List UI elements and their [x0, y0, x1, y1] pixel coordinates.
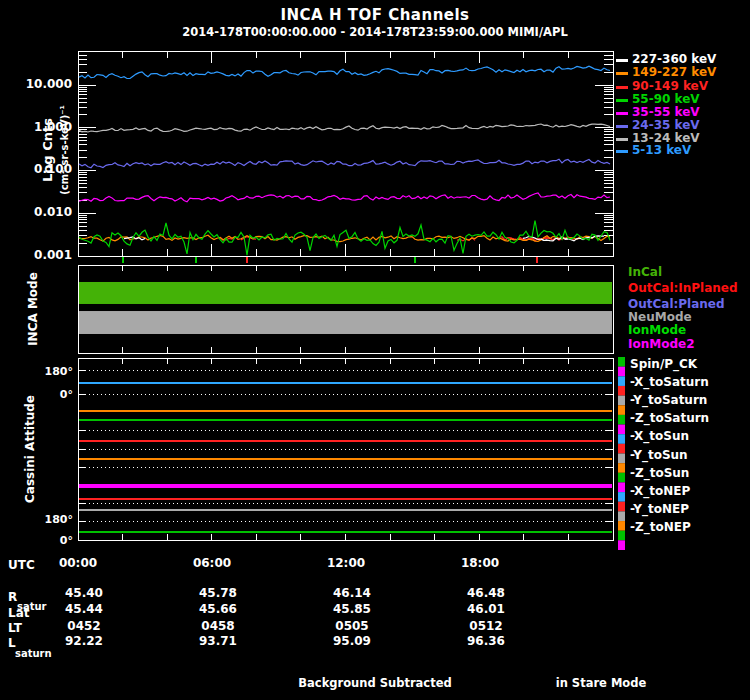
mode-legend-label: IonMode [628, 324, 686, 337]
utc-tick-label: 12:00 [316, 556, 376, 570]
counts-legend-label: 149-227 keV [632, 66, 716, 79]
table-cell: 45.40 [52, 586, 116, 600]
table-cell: 96.36 [454, 634, 518, 648]
mode-legend-label: OutCal:InPlaned [628, 282, 738, 295]
table-cell: 0452 [52, 619, 116, 633]
attitude-legend-label: -X_toSaturn [630, 376, 709, 389]
legend-swatch [616, 86, 628, 89]
footer-background-subtracted: Background Subtracted [275, 676, 475, 690]
plot-page: INCA H TOF Channels 2014-178T00:00:00.00… [0, 0, 750, 700]
counts-panel [78, 51, 613, 256]
counts-ytick-label: 0.100 [0, 162, 72, 176]
legend-swatch [616, 112, 628, 115]
counts-ytick-label: 10.000 [0, 77, 72, 91]
utc-tick-label: 00:00 [48, 556, 108, 570]
attitude-legend-label: -Y_toNEP [630, 503, 689, 516]
cassini-attitude-panel [78, 357, 625, 550]
table-cell: 46.01 [454, 602, 518, 616]
table-cell: 46.14 [320, 586, 384, 600]
inca-mode-axis-label: INCA Mode [26, 272, 40, 346]
utc-tick-label: 06:00 [182, 556, 242, 570]
attitude-ytick-label: 180° [0, 513, 73, 526]
table-cell: 0505 [320, 619, 384, 633]
lt-row-label: LT [8, 621, 22, 635]
table-cell: 95.09 [320, 634, 384, 648]
time-range-subtitle: 2014-178T00:00:00.000 - 2014-178T23:59:0… [0, 25, 750, 39]
attitude-legend-label: -X_toSun [630, 430, 689, 443]
inca-mode-panel [78, 257, 613, 353]
r-row-label: R [8, 590, 17, 604]
legend-swatch [616, 99, 628, 102]
attitude-ytick-label: 0° [0, 388, 73, 401]
footer-stare-mode: in Stare Mode [546, 676, 656, 690]
page-title: INCA H TOF Channels [0, 6, 750, 24]
cassini-attitude-axis-label: Cassini Attitude [23, 395, 37, 503]
table-cell: 45.85 [320, 602, 384, 616]
attitude-legend-label: -X_toNEP [630, 485, 690, 498]
utc-tick-label: 18:00 [450, 556, 510, 570]
counts-ytick-label: 0.001 [0, 248, 72, 262]
attitude-legend-label: -Z_toSun [630, 467, 689, 480]
legend-swatch [616, 59, 628, 62]
attitude-legend-label: -Z_toSaturn [630, 412, 709, 425]
attitude-legend-label: -Z_toNEP [630, 521, 691, 534]
attitude-ytick-label: 180° [0, 365, 73, 378]
lat-row-label: Lat [8, 606, 29, 620]
l-row-label-subscript: saturn [15, 648, 52, 659]
table-cell: 0512 [454, 619, 518, 633]
mode-legend-label: InCal [628, 266, 662, 279]
counts-y-axis-units: (cm²-sr-s-keV)⁻¹ [59, 105, 70, 195]
utc-row-label: UTC [8, 558, 35, 572]
attitude-legend-label: Spin/P_CK [630, 358, 697, 371]
table-cell: 46.48 [454, 586, 518, 600]
attitude-legend-label: -Y_toSaturn [630, 394, 707, 407]
table-cell: 92.22 [52, 634, 116, 648]
table-cell: 93.71 [186, 634, 250, 648]
mode-legend-label: IonMode2 [628, 338, 695, 351]
attitude-ytick-label: 0° [0, 534, 73, 547]
table-cell: 0458 [186, 619, 250, 633]
counts-legend-label: 5-13 keV [632, 144, 691, 157]
table-cell: 45.66 [186, 602, 250, 616]
attitude-legend-label: -Y_toSun [630, 449, 688, 462]
legend-swatch [616, 150, 628, 153]
legend-swatch [616, 138, 628, 141]
counts-ytick-label: 1.000 [0, 120, 72, 134]
legend-swatch [616, 72, 628, 75]
table-cell: 45.44 [52, 602, 116, 616]
counts-ytick-label: 0.010 [0, 205, 72, 219]
legend-swatch [616, 125, 628, 128]
table-cell: 45.78 [186, 586, 250, 600]
